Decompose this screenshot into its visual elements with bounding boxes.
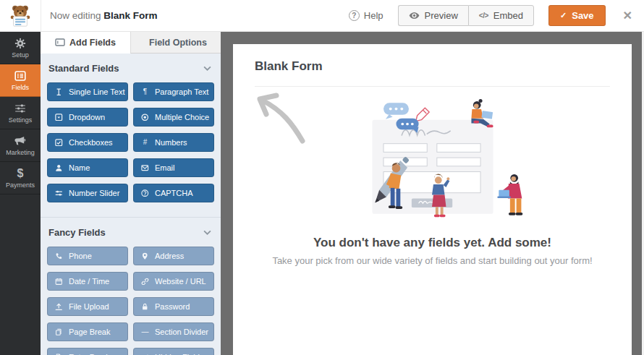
field-button-captcha[interactable]: CAPTCHA — [133, 184, 214, 202]
dollar-icon: $ — [17, 167, 24, 179]
help-icon: ? — [349, 10, 360, 21]
check-square-icon — [55, 139, 63, 147]
caret-square-icon — [55, 114, 63, 121]
field-button-hidden-field[interactable]: Hidden Field — [133, 348, 214, 355]
minus-icon: — — [141, 328, 149, 335]
code-icon: </> — [479, 12, 488, 20]
form-canvas[interactable]: Blank Form — [221, 32, 644, 355]
sliders-icon — [55, 189, 63, 197]
form-preview-card: Blank Form — [233, 44, 632, 355]
section-fancy-fields: Fancy FieldsPhoneAddressDate / TimeWebsi… — [41, 217, 221, 355]
section-standard-fields: Standard FieldsSingle Line Text¶Paragrap… — [41, 54, 221, 207]
map-marker-icon — [141, 252, 149, 260]
empty-state-illustration — [334, 93, 531, 228]
embed-label: Embed — [493, 10, 523, 21]
fields-panel-tabs: Add FieldsField Options — [41, 32, 221, 54]
preview-label: Preview — [425, 10, 458, 21]
gear-icon — [14, 37, 26, 49]
sliders-vertical-icon — [14, 102, 26, 114]
upload-icon — [55, 303, 63, 311]
eye-icon — [409, 12, 420, 20]
sidebar-item-setup[interactable]: Setup — [0, 32, 41, 64]
tab-add-fields[interactable]: Add Fields — [41, 32, 130, 54]
empty-state-heading: You don't have any fields yet. Add some! — [233, 236, 632, 250]
fields-panel: Add FieldsField Options Standard FieldsS… — [41, 32, 221, 355]
field-button-password[interactable]: Password — [133, 297, 214, 316]
field-button-multiple-choice[interactable]: Multiple Choice — [133, 108, 214, 127]
user-icon — [55, 164, 63, 172]
form-card-header: Blank Form — [233, 44, 632, 74]
check-icon: ✓ — [560, 11, 567, 20]
field-button-file-upload[interactable]: File Upload — [47, 297, 128, 316]
section-header-fancy-fields[interactable]: Fancy Fields — [41, 218, 221, 245]
help-label: Help — [364, 10, 384, 21]
field-button-dropdown[interactable]: Dropdown — [47, 108, 128, 127]
fields-sections: Standard FieldsSingle Line Text¶Paragrap… — [41, 54, 221, 355]
topbar: Now editing Blank Form ? Help Preview </… — [0, 0, 644, 32]
calendar-icon — [55, 278, 63, 286]
field-button-number-slider[interactable]: Number Slider — [47, 184, 128, 202]
phone-icon — [55, 252, 63, 260]
page-break-icon — [55, 328, 63, 336]
megaphone-icon — [14, 134, 26, 147]
save-button[interactable]: ✓ Save — [548, 5, 606, 26]
now-editing-label: Now editing Blank Form — [50, 10, 158, 21]
question-circle-icon — [141, 189, 149, 197]
now-editing-prefix: Now editing — [50, 10, 101, 21]
field-button-email[interactable]: Email — [133, 158, 214, 177]
sidebar-item-payments[interactable]: $Payments — [0, 162, 41, 194]
field-button-checkboxes[interactable]: Checkboxes — [47, 133, 128, 152]
radio-icon — [141, 114, 149, 121]
text-cursor-icon — [55, 88, 63, 96]
form-name: Blank Form — [103, 10, 157, 21]
close-icon[interactable]: ✕ — [623, 9, 632, 22]
save-label: Save — [572, 10, 593, 21]
topbar-actions: ? Help Preview </> Embed ✓ Save ✕ — [349, 5, 644, 26]
builder-body: SetupFieldsSettingsMarketing$Payments Ad… — [0, 32, 644, 355]
field-button-section-divider[interactable]: —Section Divider — [133, 322, 214, 341]
wpforms-bear-icon — [9, 4, 32, 28]
link-icon — [141, 278, 149, 286]
field-button-address[interactable]: Address — [133, 247, 214, 265]
sidebar-item-marketing[interactable]: Marketing — [0, 129, 41, 162]
field-button-paragraph-text[interactable]: ¶Paragraph Text — [133, 82, 214, 101]
tab-field-options[interactable]: Field Options — [130, 32, 221, 54]
input-box-icon — [55, 38, 65, 46]
wpforms-logo — [0, 0, 41, 31]
field-button-entry-preview[interactable]: Entry Preview — [47, 348, 128, 355]
preview-embed-group: Preview </> Embed — [398, 5, 534, 26]
field-button-phone[interactable]: Phone — [47, 247, 128, 265]
field-button-name[interactable]: Name — [47, 158, 128, 177]
lock-icon — [141, 303, 149, 311]
field-button-website-url[interactable]: Website / URL — [133, 272, 214, 291]
wpforms-builder: Now editing Blank Form ? Help Preview </… — [0, 0, 644, 355]
sidebar-item-fields[interactable]: Fields — [0, 64, 41, 97]
chevron-down-icon — [203, 66, 211, 71]
help-button[interactable]: ? Help — [349, 10, 384, 21]
field-button-single-line-text[interactable]: Single Line Text — [47, 82, 128, 101]
section-header-standard-fields[interactable]: Standard Fields — [41, 54, 221, 81]
form-list-icon — [14, 69, 26, 82]
preview-button[interactable]: Preview — [398, 5, 468, 26]
field-button-numbers[interactable]: #Numbers — [133, 133, 214, 152]
hint-arrow-icon — [250, 92, 308, 147]
form-title: Blank Form — [255, 59, 610, 74]
field-button-page-break[interactable]: Page Break — [47, 322, 128, 341]
chevron-down-icon — [203, 230, 211, 235]
field-button-date-time[interactable]: Date / Time — [47, 272, 128, 291]
hash-icon: # — [141, 139, 149, 146]
empty-state-subtext: Take your pick from our wide variety of … — [233, 255, 632, 266]
pilcrow-icon: ¶ — [141, 88, 149, 95]
envelope-icon — [141, 164, 149, 172]
builder-sidebar: SetupFieldsSettingsMarketing$Payments — [0, 32, 41, 355]
sidebar-item-settings[interactable]: Settings — [0, 97, 41, 129]
embed-button[interactable]: </> Embed — [468, 5, 534, 26]
